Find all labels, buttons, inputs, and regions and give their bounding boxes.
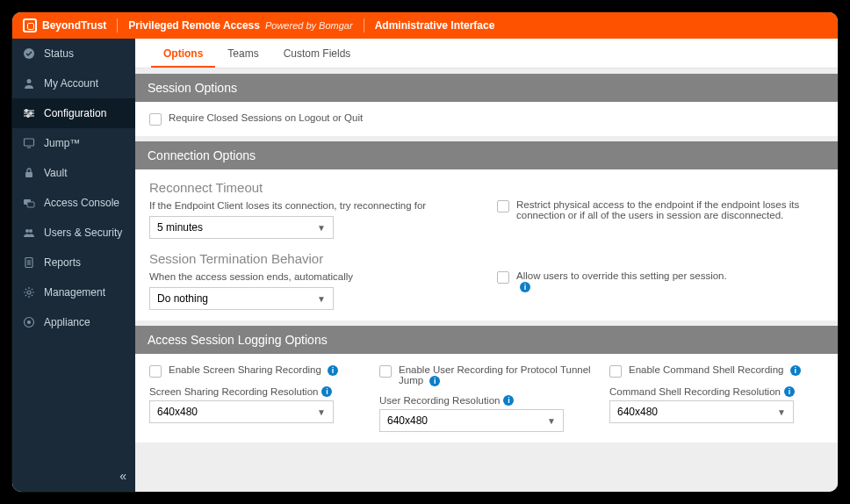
chevron-down-icon: ▼ (777, 407, 786, 417)
info-icon[interactable]: i (429, 376, 440, 386)
main-content: Options Teams Custom Fields Session Opti… (135, 39, 838, 492)
session-options-panel: Session Options Require Closed Sessions … (135, 74, 838, 136)
svg-point-7 (27, 115, 30, 118)
logging-options-panel: Access Session Logging Options Enable Sc… (135, 326, 838, 443)
sidebar-item-configuration[interactable]: Configuration (12, 98, 135, 128)
tab-options[interactable]: Options (151, 39, 215, 68)
restrict-physical-checkbox[interactable]: Restrict physical access to the endpoint… (497, 199, 824, 220)
separator (364, 18, 364, 32)
sidebar-item-users-security[interactable]: Users & Security (12, 218, 135, 248)
sidebar-item-status[interactable]: Status (12, 39, 135, 68)
select-value: 640x480 (387, 414, 428, 427)
sidebar-item-appliance[interactable]: Appliance (12, 307, 135, 337)
reconnect-timeout-select[interactable]: 5 minutes ▼ (149, 216, 334, 239)
sidebar-item-vault[interactable]: Vault (12, 158, 135, 188)
sidebar-item-access-console[interactable]: Access Console (12, 188, 135, 218)
nav-label: Vault (44, 167, 67, 179)
checkbox-icon (149, 365, 162, 378)
sidebar-item-reports[interactable]: Reports (12, 248, 135, 277)
info-icon[interactable]: i (520, 282, 530, 292)
svg-point-5 (25, 110, 28, 112)
chevron-down-icon: ▼ (547, 416, 556, 426)
reconnect-heading: Reconnect Timeout (149, 180, 476, 195)
termination-heading: Session Termination Behavior (149, 251, 476, 266)
info-icon[interactable]: i (503, 395, 514, 406)
svg-point-21 (28, 321, 31, 324)
nav-label: Appliance (44, 316, 90, 328)
svg-point-13 (25, 229, 29, 233)
svg-rect-8 (25, 139, 34, 146)
chevron-down-icon: ▼ (317, 407, 326, 417)
nav-label: Configuration (44, 107, 106, 119)
disc-icon (23, 316, 35, 328)
top-bar: BeyondTrust Privileged Remote Access Pow… (12, 12, 838, 39)
screen-resolution-select[interactable]: 640x480 ▼ (149, 400, 334, 423)
enable-screen-recording-checkbox[interactable]: Enable Screen Sharing Recording i (149, 364, 364, 378)
allow-override-checkbox[interactable]: Allow users to override this setting per… (497, 270, 824, 292)
checkbox-label: Enable Command Shell Recording (629, 364, 783, 375)
reconnect-help: If the Endpoint Client loses its connect… (149, 200, 476, 211)
monitor-icon (23, 137, 35, 149)
svg-rect-10 (25, 172, 32, 177)
termination-behavior-select[interactable]: Do nothing ▼ (149, 287, 334, 310)
users-icon (23, 227, 35, 239)
checkbox-icon (497, 271, 509, 284)
field-label: User Recording Resolution (379, 395, 500, 406)
info-icon[interactable]: i (328, 365, 338, 376)
chevron-down-icon: ▼ (317, 294, 326, 304)
checkbox-label: Enable Screen Sharing Recording (169, 364, 321, 375)
checkbox-icon (497, 200, 509, 212)
sidebar: Status My Account Configuration Jump™ Va… (12, 39, 135, 492)
lock-icon (23, 167, 35, 179)
connection-options-panel: Connection Options Reconnect Timeout If … (135, 141, 838, 320)
document-icon (23, 256, 35, 269)
checkbox-label: Enable User Recording for Protocol Tunne… (399, 364, 591, 385)
checkbox-icon (379, 365, 392, 378)
sidebar-item-jump[interactable]: Jump™ (12, 128, 135, 158)
app-frame: BeyondTrust Privileged Remote Access Pow… (12, 12, 838, 492)
nav-label: Users & Security (44, 227, 122, 239)
user-resolution-select[interactable]: 640x480 ▼ (379, 409, 564, 432)
checkbox-label: Restrict physical access to the endpoint… (516, 199, 824, 220)
info-icon[interactable]: i (321, 386, 332, 397)
enable-user-recording-checkbox[interactable]: Enable User Recording for Protocol Tunne… (379, 364, 594, 386)
panel-title: Session Options (135, 74, 838, 102)
nav-label: My Account (44, 77, 98, 90)
nav-label: Jump™ (44, 137, 80, 149)
chevron-down-icon: ▼ (317, 223, 326, 233)
checkbox-icon (609, 365, 622, 378)
select-value: 640x480 (157, 406, 198, 418)
cmd-resolution-select[interactable]: 640x480 ▼ (609, 400, 794, 423)
user-icon (23, 77, 35, 90)
collapse-sidebar-button[interactable]: « (119, 469, 126, 483)
tab-teams[interactable]: Teams (215, 39, 270, 68)
field-label: Screen Sharing Recording Resolution (149, 386, 318, 397)
sidebar-item-my-account[interactable]: My Account (12, 68, 135, 98)
brand: BeyondTrust (23, 18, 106, 32)
sidebar-item-management[interactable]: Management (12, 277, 135, 307)
subtabs: Options Teams Custom Fields (135, 39, 838, 68)
enable-cmd-recording-checkbox[interactable]: Enable Command Shell Recording i (609, 364, 824, 378)
body: Status My Account Configuration Jump™ Va… (12, 39, 838, 492)
info-icon[interactable]: i (784, 386, 795, 397)
nav-label: Reports (44, 256, 81, 269)
svg-point-1 (27, 79, 32, 83)
info-icon[interactable]: i (790, 365, 801, 376)
svg-point-14 (29, 229, 32, 233)
brand-label: BeyondTrust (42, 19, 106, 32)
svg-point-6 (30, 112, 32, 115)
tab-custom-fields[interactable]: Custom Fields (271, 39, 364, 68)
nav-label: Access Console (44, 197, 119, 209)
powered-label: Powered by Bomgar (265, 20, 353, 31)
select-value: 5 minutes (157, 221, 203, 234)
require-closed-checkbox[interactable]: Require Closed Sessions on Logout or Qui… (149, 112, 824, 126)
product-label: Privileged Remote Access (128, 19, 260, 32)
console-icon (23, 197, 35, 209)
svg-point-19 (27, 291, 31, 294)
nav-label: Management (44, 286, 105, 299)
termination-help: When the access session ends, automatica… (149, 271, 476, 282)
panel-title: Connection Options (135, 141, 838, 169)
panel-title: Access Session Logging Options (135, 326, 838, 354)
field-label: Command Shell Recording Resolution (609, 386, 781, 397)
checkbox-label: Allow users to override this setting per… (516, 270, 727, 281)
